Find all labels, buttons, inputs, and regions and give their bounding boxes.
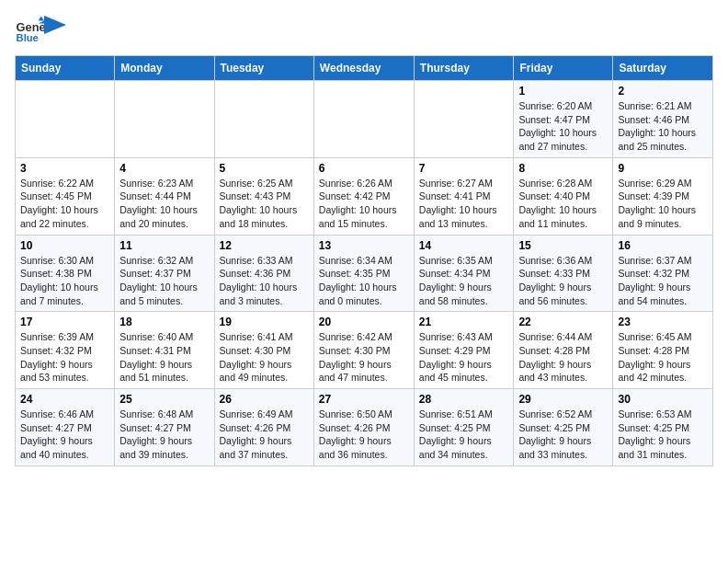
day-number: 18 (119, 316, 209, 328)
day-header-wednesday: Wednesday (313, 56, 414, 81)
calendar-cell (16, 81, 115, 158)
svg-marker-4 (44, 16, 66, 34)
calendar-cell: 18Sunrise: 6:40 AM Sunset: 4:31 PM Dayli… (115, 312, 214, 389)
day-info: Sunrise: 6:32 AM Sunset: 4:37 PM Dayligh… (119, 254, 209, 308)
calendar-cell: 7Sunrise: 6:27 AM Sunset: 4:41 PM Daylig… (414, 157, 514, 235)
day-number: 25 (119, 393, 209, 406)
day-number: 6 (319, 162, 409, 175)
calendar-cell: 3Sunrise: 6:22 AM Sunset: 4:45 PM Daylig… (16, 157, 115, 235)
week-row-4: 17Sunrise: 6:39 AM Sunset: 4:32 PM Dayli… (16, 312, 713, 389)
day-info: Sunrise: 6:33 AM Sunset: 4:36 PM Dayligh… (220, 254, 309, 308)
day-number: 10 (20, 239, 109, 252)
day-info: Sunrise: 6:48 AM Sunset: 4:27 PM Dayligh… (119, 408, 209, 462)
day-info: Sunrise: 6:50 AM Sunset: 4:26 PM Dayligh… (319, 408, 409, 462)
day-number: 17 (20, 316, 109, 328)
calendar-cell: 1Sunrise: 6:20 AM Sunset: 4:47 PM Daylig… (514, 81, 613, 158)
day-info: Sunrise: 6:41 AM Sunset: 4:30 PM Dayligh… (220, 330, 309, 385)
calendar-cell: 2Sunrise: 6:21 AM Sunset: 4:46 PM Daylig… (613, 81, 713, 158)
day-info: Sunrise: 6:30 AM Sunset: 4:38 PM Dayligh… (20, 254, 109, 308)
day-info: Sunrise: 6:25 AM Sunset: 4:43 PM Dayligh… (220, 177, 309, 231)
day-number: 9 (618, 162, 708, 175)
day-info: Sunrise: 6:37 AM Sunset: 4:32 PM Dayligh… (618, 254, 708, 308)
day-info: Sunrise: 6:29 AM Sunset: 4:39 PM Dayligh… (618, 177, 708, 231)
calendar-cell: 9Sunrise: 6:29 AM Sunset: 4:39 PM Daylig… (613, 157, 713, 235)
day-info: Sunrise: 6:27 AM Sunset: 4:41 PM Dayligh… (419, 177, 509, 231)
day-number: 21 (419, 316, 509, 328)
calendar-cell: 13Sunrise: 6:34 AM Sunset: 4:35 PM Dayli… (313, 235, 414, 312)
day-info: Sunrise: 6:53 AM Sunset: 4:25 PM Dayligh… (618, 408, 708, 462)
day-info: Sunrise: 6:35 AM Sunset: 4:34 PM Dayligh… (419, 254, 509, 308)
calendar-cell: 19Sunrise: 6:41 AM Sunset: 4:30 PM Dayli… (214, 312, 313, 389)
calendar-cell: 29Sunrise: 6:52 AM Sunset: 4:25 PM Dayli… (514, 389, 613, 466)
day-info: Sunrise: 6:22 AM Sunset: 4:45 PM Dayligh… (20, 177, 109, 231)
day-info: Sunrise: 6:36 AM Sunset: 4:33 PM Dayligh… (518, 254, 608, 308)
day-number: 24 (20, 393, 109, 406)
calendar-cell: 8Sunrise: 6:28 AM Sunset: 4:40 PM Daylig… (514, 157, 613, 235)
day-number: 3 (20, 162, 109, 175)
day-header-sunday: Sunday (16, 56, 115, 81)
calendar-cell: 27Sunrise: 6:50 AM Sunset: 4:26 PM Dayli… (313, 389, 414, 466)
calendar-cell: 23Sunrise: 6:45 AM Sunset: 4:28 PM Dayli… (613, 312, 713, 389)
day-info: Sunrise: 6:46 AM Sunset: 4:27 PM Dayligh… (20, 408, 109, 462)
week-row-1: 1Sunrise: 6:20 AM Sunset: 4:47 PM Daylig… (16, 81, 713, 158)
calendar-cell: 10Sunrise: 6:30 AM Sunset: 4:38 PM Dayli… (16, 235, 115, 312)
calendar-cell: 25Sunrise: 6:48 AM Sunset: 4:27 PM Dayli… (115, 389, 214, 466)
day-number: 26 (220, 393, 309, 406)
day-number: 5 (220, 162, 309, 175)
day-info: Sunrise: 6:49 AM Sunset: 4:26 PM Dayligh… (220, 408, 309, 462)
calendar-cell: 4Sunrise: 6:23 AM Sunset: 4:44 PM Daylig… (115, 157, 214, 235)
svg-text:Blue: Blue (17, 32, 39, 43)
day-number: 20 (319, 316, 409, 328)
logo-icon: General Blue (15, 15, 44, 44)
calendar-cell: 15Sunrise: 6:36 AM Sunset: 4:33 PM Dayli… (514, 235, 613, 312)
calendar-cell: 17Sunrise: 6:39 AM Sunset: 4:32 PM Dayli… (16, 312, 115, 389)
day-number: 23 (618, 316, 708, 328)
day-number: 11 (119, 239, 209, 252)
day-number: 29 (518, 393, 608, 406)
day-info: Sunrise: 6:34 AM Sunset: 4:35 PM Dayligh… (319, 254, 409, 308)
day-info: Sunrise: 6:40 AM Sunset: 4:31 PM Dayligh… (119, 330, 209, 385)
day-number: 13 (319, 239, 409, 252)
calendar-cell: 6Sunrise: 6:26 AM Sunset: 4:42 PM Daylig… (313, 157, 414, 235)
day-number: 14 (419, 239, 509, 252)
day-number: 4 (119, 162, 209, 175)
day-info: Sunrise: 6:26 AM Sunset: 4:42 PM Dayligh… (319, 177, 409, 231)
calendar-cell (115, 81, 214, 158)
day-number: 30 (618, 393, 708, 406)
day-info: Sunrise: 6:21 AM Sunset: 4:46 PM Dayligh… (618, 99, 708, 154)
calendar-cell: 5Sunrise: 6:25 AM Sunset: 4:43 PM Daylig… (214, 157, 313, 235)
week-row-2: 3Sunrise: 6:22 AM Sunset: 4:45 PM Daylig… (16, 157, 713, 235)
day-info: Sunrise: 6:45 AM Sunset: 4:28 PM Dayligh… (618, 330, 708, 385)
day-number: 16 (618, 239, 708, 252)
calendar-cell: 14Sunrise: 6:35 AM Sunset: 4:34 PM Dayli… (414, 235, 514, 312)
day-info: Sunrise: 6:44 AM Sunset: 4:28 PM Dayligh… (518, 330, 608, 385)
calendar-cell: 30Sunrise: 6:53 AM Sunset: 4:25 PM Dayli… (613, 389, 713, 466)
day-number: 8 (518, 162, 608, 175)
calendar-cell: 22Sunrise: 6:44 AM Sunset: 4:28 PM Dayli… (514, 312, 613, 389)
day-info: Sunrise: 6:43 AM Sunset: 4:29 PM Dayligh… (419, 330, 509, 385)
day-number: 1 (518, 85, 608, 98)
calendar-cell: 20Sunrise: 6:42 AM Sunset: 4:30 PM Dayli… (313, 312, 414, 389)
day-info: Sunrise: 6:28 AM Sunset: 4:40 PM Dayligh… (518, 177, 608, 231)
day-info: Sunrise: 6:23 AM Sunset: 4:44 PM Dayligh… (119, 177, 209, 231)
calendar-cell: 26Sunrise: 6:49 AM Sunset: 4:26 PM Dayli… (214, 389, 313, 466)
day-header-saturday: Saturday (613, 56, 713, 81)
day-info: Sunrise: 6:39 AM Sunset: 4:32 PM Dayligh… (20, 330, 109, 385)
calendar-cell: 21Sunrise: 6:43 AM Sunset: 4:29 PM Dayli… (414, 312, 514, 389)
day-number: 27 (319, 393, 409, 406)
week-row-5: 24Sunrise: 6:46 AM Sunset: 4:27 PM Dayli… (16, 389, 713, 466)
day-number: 7 (419, 162, 509, 175)
calendar-cell: 24Sunrise: 6:46 AM Sunset: 4:27 PM Dayli… (16, 389, 115, 466)
calendar-cell (214, 81, 313, 158)
calendar-cell (313, 81, 414, 158)
day-number: 28 (419, 393, 509, 406)
day-header-monday: Monday (115, 56, 214, 81)
day-number: 22 (518, 316, 608, 328)
day-number: 19 (220, 316, 309, 328)
day-header-friday: Friday (514, 56, 613, 81)
day-number: 2 (618, 85, 708, 98)
day-number: 15 (518, 239, 608, 252)
day-header-tuesday: Tuesday (214, 56, 313, 81)
calendar-cell: 12Sunrise: 6:33 AM Sunset: 4:36 PM Dayli… (214, 235, 313, 312)
logo-arrow-icon (44, 16, 66, 34)
